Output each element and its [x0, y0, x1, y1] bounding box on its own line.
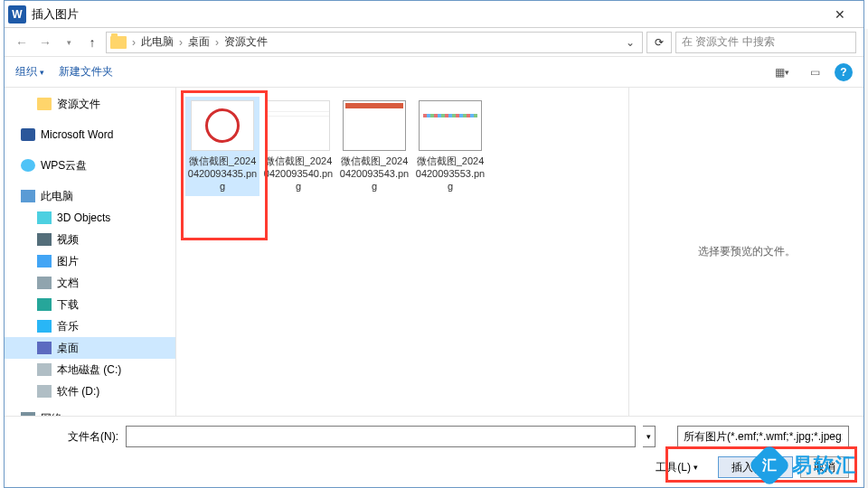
- file-name: 微信截图_20240420093435.png: [187, 155, 258, 192]
- file-name: 微信截图_20240420093543.png: [339, 155, 410, 192]
- sidebar: 资源文件 Microsoft Word WPS云盘 此电脑 3D Objects…: [5, 88, 176, 416]
- watermark: 易软汇: [754, 450, 857, 481]
- breadcrumb-desktop[interactable]: 桌面: [188, 34, 210, 50]
- downloads-icon: [37, 298, 52, 311]
- search-placeholder: 在 资源文件 中搜索: [682, 34, 775, 50]
- dialog-title: 插入图片: [32, 6, 820, 23]
- desktop-icon: [37, 342, 52, 354]
- close-button[interactable]: ✕: [820, 2, 860, 27]
- new-folder-button[interactable]: 新建文件夹: [59, 64, 113, 80]
- file-grid: 微信截图_20240420093435.png 微信截图_20240420093…: [176, 88, 628, 416]
- back-button[interactable]: ←: [12, 33, 32, 52]
- watermark-text: 易软汇: [792, 452, 857, 479]
- disk-icon: [37, 385, 52, 398]
- preview-pane: 选择要预览的文件。: [628, 88, 863, 416]
- sidebar-item-pictures[interactable]: 图片: [5, 250, 175, 272]
- file-thumbnail: [191, 100, 254, 151]
- file-type-filter[interactable]: 所有图片(*.emf;*.wmf;*.jpg;*.jpeg;*.png;*.bm…: [677, 426, 849, 447]
- word-app-icon: W: [8, 5, 26, 23]
- chevron-right-icon: ›: [215, 36, 219, 49]
- filename-dropdown[interactable]: ▾: [643, 426, 656, 447]
- sidebar-item-wps-cloud[interactable]: WPS云盘: [5, 155, 175, 176]
- organize-button[interactable]: 组织▾: [15, 64, 44, 80]
- address-bar[interactable]: › 此电脑 › 桌面 › 资源文件 ⌄: [106, 32, 643, 53]
- watermark-icon: [748, 444, 791, 487]
- titlebar: W 插入图片 ✕: [5, 1, 863, 28]
- sidebar-item-disk-d[interactable]: 软件 (D:): [5, 380, 175, 402]
- file-item[interactable]: 微信截图_20240420093553.png: [413, 97, 487, 196]
- preview-empty-text: 选择要预览的文件。: [698, 244, 796, 259]
- breadcrumb-pc[interactable]: 此电脑: [141, 34, 174, 50]
- search-input[interactable]: 在 资源文件 中搜索: [675, 32, 856, 53]
- file-item[interactable]: 微信截图_20240420093540.png: [261, 97, 335, 196]
- refresh-button[interactable]: ⟳: [646, 32, 672, 53]
- sidebar-item-documents[interactable]: 文档: [5, 272, 175, 294]
- file-name: 微信截图_20240420093553.png: [415, 155, 486, 192]
- view-mode-button[interactable]: ▦ ▾: [769, 62, 795, 82]
- forward-button: →: [35, 33, 55, 52]
- chevron-right-icon: ›: [179, 36, 183, 49]
- tools-button[interactable]: 工具(L)▾: [643, 456, 711, 478]
- breadcrumb-resources[interactable]: 资源文件: [224, 34, 268, 50]
- sidebar-item-resources[interactable]: 资源文件: [5, 93, 175, 115]
- up-button[interactable]: ↑: [82, 33, 102, 52]
- video-icon: [37, 233, 52, 246]
- address-dropdown[interactable]: ⌄: [622, 36, 638, 49]
- toolbar: 组织▾ 新建文件夹 ▦ ▾ ▭ ?: [5, 57, 863, 88]
- folder-icon: [110, 36, 127, 49]
- sidebar-item-downloads[interactable]: 下载: [5, 294, 175, 315]
- sidebar-item-3d-objects[interactable]: 3D Objects: [5, 207, 175, 229]
- word-icon: [21, 128, 35, 141]
- footer: 文件名(N): ▾ 所有图片(*.emf;*.wmf;*.jpg;*.jpeg;…: [5, 416, 863, 487]
- sidebar-item-this-pc[interactable]: 此电脑: [5, 185, 175, 207]
- sidebar-item-desktop[interactable]: 桌面: [5, 337, 175, 359]
- pictures-icon: [37, 255, 52, 267]
- sidebar-item-videos[interactable]: 视频: [5, 229, 175, 250]
- objects-icon: [37, 211, 52, 224]
- insert-picture-dialog: W 插入图片 ✕ ← → ▾ ↑ › 此电脑 › 桌面 › 资源文件 ⌄ ⟳ 在…: [4, 0, 864, 488]
- sidebar-item-word[interactable]: Microsoft Word: [5, 124, 175, 145]
- file-item[interactable]: 微信截图_20240420093435.png: [185, 97, 259, 196]
- music-icon: [37, 320, 52, 333]
- recent-dropdown[interactable]: ▾: [59, 33, 79, 52]
- file-name: 微信截图_20240420093540.png: [263, 155, 334, 192]
- nav-bar: ← → ▾ ↑ › 此电脑 › 桌面 › 资源文件 ⌄ ⟳ 在 资源文件 中搜索: [5, 28, 863, 57]
- cloud-icon: [21, 159, 35, 172]
- sidebar-item-network[interactable]: 网络: [5, 408, 175, 416]
- folder-icon: [37, 98, 52, 110]
- sidebar-item-disk-c[interactable]: 本地磁盘 (C:): [5, 359, 175, 380]
- documents-icon: [37, 277, 52, 289]
- file-thumbnail: [267, 100, 330, 151]
- chevron-right-icon: ›: [132, 36, 136, 49]
- preview-pane-button[interactable]: ▭: [802, 62, 827, 82]
- file-thumbnail: [419, 100, 482, 151]
- disk-icon: [37, 363, 52, 376]
- help-button[interactable]: ?: [835, 63, 853, 81]
- sidebar-item-music[interactable]: 音乐: [5, 315, 175, 337]
- file-item[interactable]: 微信截图_20240420093543.png: [337, 97, 411, 196]
- filename-label: 文件名(N):: [19, 429, 118, 445]
- filename-input[interactable]: [126, 426, 636, 447]
- file-thumbnail: [343, 100, 406, 151]
- pc-icon: [21, 190, 35, 202]
